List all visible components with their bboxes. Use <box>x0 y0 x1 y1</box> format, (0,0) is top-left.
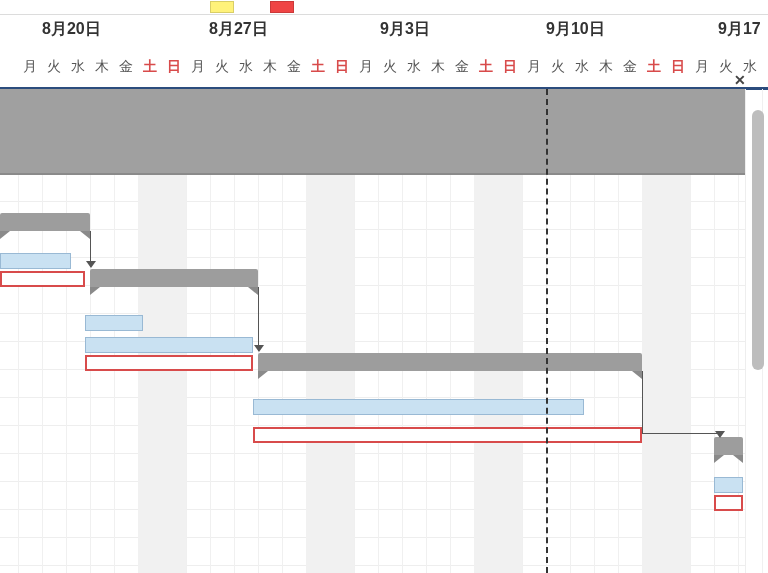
dow-cell: 金 <box>618 51 642 81</box>
dow-cell: 土 <box>642 51 666 81</box>
vertical-scrollbar[interactable] <box>752 110 764 370</box>
dow-cell: 土 <box>138 51 162 81</box>
task-bar-planned[interactable] <box>253 399 584 415</box>
dow-cell: 木 <box>258 51 282 81</box>
dow-cell: 土 <box>306 51 330 81</box>
dow-cell: 火 <box>378 51 402 81</box>
header-date-label: 9月3日 <box>380 19 430 40</box>
dow-cell: 火 <box>546 51 570 81</box>
dow-cell: 日 <box>666 51 690 81</box>
legend-swatch-1 <box>210 1 234 13</box>
dow-cell: 水 <box>402 51 426 81</box>
task-group-bar[interactable] <box>0 213 90 231</box>
task-bar-actual[interactable] <box>253 427 642 443</box>
task-bar-actual[interactable] <box>714 495 743 511</box>
task-group-bar[interactable] <box>714 437 743 455</box>
close-icon[interactable]: ✕ <box>734 73 746 87</box>
task-bar-actual[interactable] <box>0 271 85 287</box>
dow-cell: 金 <box>114 51 138 81</box>
header-date-label: 8月20日 <box>42 19 101 40</box>
header-date-label: 9月10日 <box>546 19 605 40</box>
dow-cell: 金 <box>450 51 474 81</box>
dow-cell: 火 <box>42 51 66 81</box>
dependency-arrow <box>258 287 259 351</box>
legend-strip <box>0 0 768 15</box>
task-group-bar[interactable] <box>90 269 258 287</box>
dow-cell: 月 <box>186 51 210 81</box>
summary-block <box>0 89 745 175</box>
header-date-label: 9月17 <box>718 19 761 40</box>
gantt-chart[interactable] <box>0 89 746 573</box>
gantt-header: 8月20日8月27日9月3日9月10日9月17 月火水木金土日月火水木金土日月火… <box>0 15 768 90</box>
dow-cell: 金 <box>282 51 306 81</box>
dow-cell: 日 <box>330 51 354 81</box>
dow-cell: 水 <box>66 51 90 81</box>
dow-cell: 水 <box>570 51 594 81</box>
header-date-label: 8月27日 <box>209 19 268 40</box>
header-dow-row: 月火水木金土日月火水木金土日月火水木金土日月火水木金土日月火水 <box>0 51 768 81</box>
legend-swatch-2 <box>270 1 294 13</box>
dow-cell: 木 <box>594 51 618 81</box>
task-bar-planned[interactable] <box>85 337 253 353</box>
task-group-bar[interactable] <box>258 353 642 371</box>
dow-cell: 月 <box>690 51 714 81</box>
task-bar-actual[interactable] <box>85 355 253 371</box>
dow-cell: 木 <box>90 51 114 81</box>
task-bar-planned[interactable] <box>0 253 71 269</box>
dependency-arrow <box>90 231 91 267</box>
dow-cell: 火 <box>210 51 234 81</box>
dow-cell: 水 <box>234 51 258 81</box>
task-bar-planned[interactable] <box>714 477 743 493</box>
dow-cell: 月 <box>522 51 546 81</box>
dow-cell: 土 <box>474 51 498 81</box>
dow-cell: 木 <box>426 51 450 81</box>
dow-cell: 日 <box>498 51 522 81</box>
today-indicator <box>546 89 548 573</box>
task-bar-planned[interactable] <box>85 315 143 331</box>
dow-cell: 日 <box>162 51 186 81</box>
dow-cell: 月 <box>18 51 42 81</box>
dependency-arrow <box>719 433 720 437</box>
dow-cell: 月 <box>354 51 378 81</box>
